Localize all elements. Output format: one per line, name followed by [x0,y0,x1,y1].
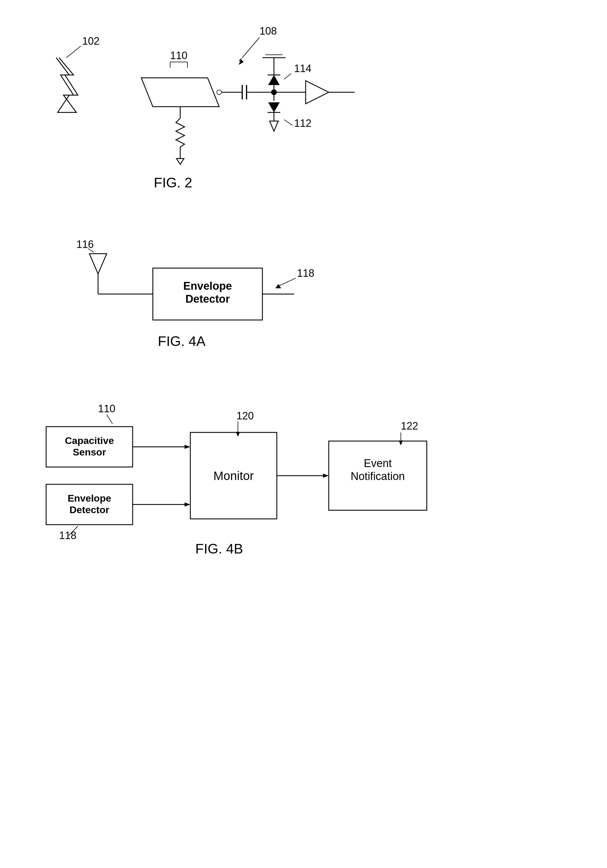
label-112: 112 [294,117,311,129]
svg-marker-28 [270,121,278,131]
svg-marker-49 [236,432,240,437]
fig4a-label: FIG. 4A [158,333,205,349]
label-118-fig4b: 118 [59,530,76,541]
fig2-antenna: 102 [56,35,99,112]
fig4b-event-label2: Notification [351,470,405,482]
svg-marker-4 [141,78,219,107]
fig4b-monitor-label: Monitor [213,469,254,482]
fig4b-label: FIG. 4B [195,541,243,556]
svg-marker-25 [268,102,280,112]
label-102: 102 [82,35,99,47]
svg-line-42 [107,415,112,424]
svg-marker-44 [185,445,190,449]
fig4a-envelope-detector-label2: Detector [185,293,230,305]
fig4b-envelope-label2: Detector [70,504,109,515]
label-110-fig4b: 110 [98,403,115,415]
svg-marker-32 [306,81,329,104]
svg-marker-8 [239,59,244,65]
label-122: 122 [401,420,418,432]
label-108: 108 [259,25,277,37]
svg-marker-53 [399,440,403,445]
fig4b-event-label1: Event [363,457,392,469]
label-116: 116 [76,239,94,250]
technical-drawing: 102 110 108 [0,0,607,868]
svg-marker-51 [323,474,329,478]
fig4b-capacitive-label1: Capacitive [65,435,114,446]
fig2-ref108: 108 [239,25,277,65]
fig4b-envelope-label1: Envelope [67,493,111,504]
svg-marker-46 [185,502,190,507]
svg-marker-18 [268,75,280,85]
label-120: 120 [236,410,254,422]
fig4a-antenna: 116 [76,239,107,285]
fig2-capacitive-sensor: 110 [141,50,222,107]
svg-line-40 [277,278,296,287]
label-114: 114 [294,62,311,74]
fig4b-ref110: 110 [98,403,115,424]
svg-marker-16 [177,158,184,164]
page: 102 110 108 [0,0,607,868]
fig2-label: FIG. 2 [154,175,192,190]
fig4a-envelope-detector-label: Envelope [183,280,232,292]
svg-line-0 [66,46,81,58]
svg-line-6 [242,37,259,58]
fig4b-capacitive-label2: Sensor [73,446,106,457]
svg-marker-41 [275,284,281,288]
svg-marker-34 [89,254,107,274]
label-110-fig2: 110 [170,50,188,61]
label-118-fig4a: 118 [297,267,314,279]
svg-line-29 [284,73,291,79]
svg-point-5 [217,90,222,95]
svg-line-30 [284,119,293,126]
